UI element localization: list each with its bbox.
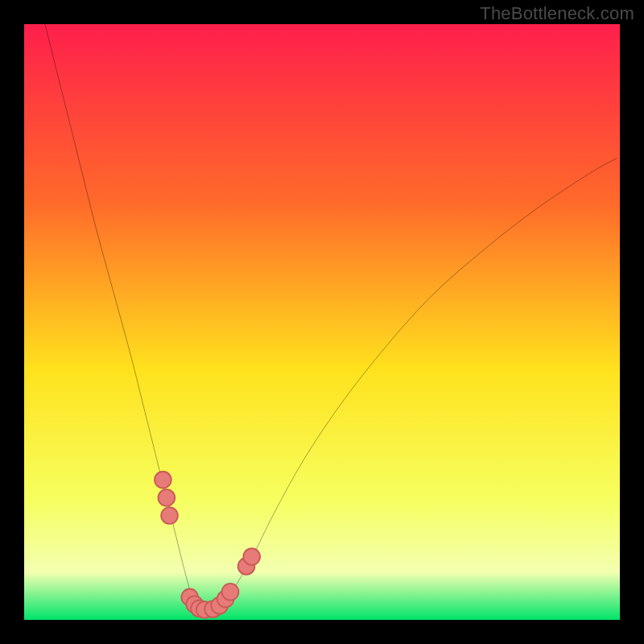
data-marker [222,584,239,601]
plot-area [24,24,620,620]
data-marker [159,489,175,506]
gradient-background [24,24,620,620]
data-marker [161,507,178,524]
data-marker [243,548,260,565]
chart-svg [24,24,620,620]
watermark-text: TheBottleneck.com [480,3,634,24]
data-marker [155,472,171,489]
chart-frame: TheBottleneck.com [0,0,644,644]
